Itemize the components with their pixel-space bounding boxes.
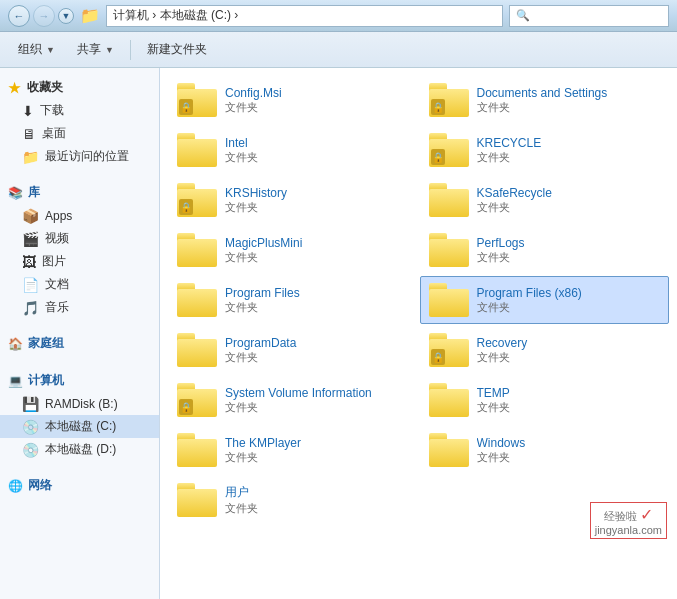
homegroup-icon: 🏠 (8, 337, 23, 351)
file-item[interactable]: PerfLogs文件夹 (420, 226, 670, 274)
file-type: 文件夹 (225, 100, 409, 115)
file-info: PerfLogs文件夹 (477, 236, 661, 265)
new-folder-label: 新建文件夹 (147, 41, 207, 58)
file-name: Documents and Settings (477, 86, 661, 100)
file-item[interactable]: 🔒KRECYCLE文件夹 (420, 126, 670, 174)
file-info: MagicPlusMini文件夹 (225, 236, 409, 265)
file-info: TEMP文件夹 (477, 386, 661, 415)
file-info: Program Files (x86)文件夹 (477, 286, 661, 315)
address-bar[interactable]: 计算机 › 本地磁盘 (C:) › (106, 5, 503, 27)
folder-icon: 🔒 (429, 83, 469, 117)
file-info: Intel文件夹 (225, 136, 409, 165)
file-item[interactable]: 🔒Config.Msi文件夹 (168, 76, 418, 124)
file-info: Config.Msi文件夹 (225, 86, 409, 115)
address-text: 计算机 › 本地磁盘 (C:) › (113, 7, 238, 24)
file-item[interactable]: Intel文件夹 (168, 126, 418, 174)
file-type: 文件夹 (225, 200, 409, 215)
recent-icon: 📁 (22, 149, 39, 165)
file-item[interactable]: Windows文件夹 (420, 426, 670, 474)
sidebar-item-ramdisk-label: RAMDisk (B:) (45, 397, 118, 411)
file-name: Config.Msi (225, 86, 409, 100)
toolbar-separator (130, 40, 131, 60)
file-name: System Volume Information (225, 386, 409, 400)
sidebar-item-docs-label: 文档 (45, 276, 69, 293)
download-icon: ⬇ (22, 103, 34, 119)
file-info: KRSHistory文件夹 (225, 186, 409, 215)
folder-icon (429, 233, 469, 267)
sidebar-item-pictures[interactable]: 🖼 图片 (0, 250, 159, 273)
share-arrow: ▼ (105, 45, 114, 55)
nav-buttons: ← → ▼ (8, 5, 74, 27)
sidebar-item-c-drive[interactable]: 💿 本地磁盘 (C:) (0, 415, 159, 438)
file-type: 文件夹 (477, 200, 661, 215)
organize-label: 组织 (18, 41, 42, 58)
main-layout: ★ 收藏夹 ⬇ 下载 🖥 桌面 📁 最近访问的位置 📚 库 (0, 68, 677, 599)
sidebar-item-video[interactable]: 🎬 视频 (0, 227, 159, 250)
file-info: 用户文件夹 (225, 484, 409, 516)
sidebar-item-apps[interactable]: 📦 Apps (0, 205, 159, 227)
file-item[interactable]: 用户文件夹 (168, 476, 418, 524)
file-item[interactable]: TEMP文件夹 (420, 376, 670, 424)
folder-icon (429, 383, 469, 417)
file-type: 文件夹 (225, 450, 409, 465)
back-button[interactable]: ← (8, 5, 30, 27)
organize-arrow: ▼ (46, 45, 55, 55)
network-icon: 🌐 (8, 479, 23, 493)
lock-icon: 🔒 (179, 199, 193, 215)
file-item[interactable]: 🔒Recovery文件夹 (420, 326, 670, 374)
file-info: KRECYCLE文件夹 (477, 136, 661, 165)
folder-icon: 🔒 (429, 133, 469, 167)
sidebar-item-desktop[interactable]: 🖥 桌面 (0, 122, 159, 145)
share-button[interactable]: 共享 ▼ (67, 36, 124, 64)
file-name: ProgramData (225, 336, 409, 350)
homegroup-header[interactable]: 🏠 家庭组 (0, 331, 159, 356)
favorites-header: ★ 收藏夹 (0, 76, 159, 99)
sidebar-item-d-drive[interactable]: 💿 本地磁盘 (D:) (0, 438, 159, 461)
file-info: The KMPlayer文件夹 (225, 436, 409, 465)
computer-label: 计算机 (28, 372, 64, 389)
homegroup-section: 🏠 家庭组 (0, 331, 159, 356)
lock-icon: 🔒 (179, 399, 193, 415)
file-type: 文件夹 (477, 100, 661, 115)
file-type: 文件夹 (477, 300, 661, 315)
file-item[interactable]: 🔒KRSHistory文件夹 (168, 176, 418, 224)
sidebar-item-docs[interactable]: 📄 文档 (0, 273, 159, 296)
file-info: KSafeRecycle文件夹 (477, 186, 661, 215)
favorites-star-icon: ★ (8, 80, 21, 96)
file-item[interactable]: ProgramData文件夹 (168, 326, 418, 374)
organize-button[interactable]: 组织 ▼ (8, 36, 65, 64)
sidebar-item-download[interactable]: ⬇ 下载 (0, 99, 159, 122)
file-item[interactable]: MagicPlusMini文件夹 (168, 226, 418, 274)
file-item[interactable]: The KMPlayer文件夹 (168, 426, 418, 474)
file-name: MagicPlusMini (225, 236, 409, 250)
video-icon: 🎬 (22, 231, 39, 247)
network-label: 网络 (28, 477, 52, 494)
recent-button[interactable]: ▼ (58, 8, 74, 24)
sidebar: ★ 收藏夹 ⬇ 下载 🖥 桌面 📁 最近访问的位置 📚 库 (0, 68, 160, 599)
file-type: 文件夹 (225, 250, 409, 265)
computer-header[interactable]: 💻 计算机 (0, 368, 159, 393)
file-item[interactable]: Program Files文件夹 (168, 276, 418, 324)
sidebar-item-ramdisk[interactable]: 💾 RAMDisk (B:) (0, 393, 159, 415)
sidebar-divider-2 (0, 323, 159, 331)
sidebar-item-recent[interactable]: 📁 最近访问的位置 (0, 145, 159, 168)
folder-icon (177, 433, 217, 467)
file-info: Recovery文件夹 (477, 336, 661, 365)
forward-button[interactable]: → (33, 5, 55, 27)
network-section: 🌐 网络 (0, 473, 159, 498)
file-info: Windows文件夹 (477, 436, 661, 465)
file-type: 文件夹 (225, 501, 409, 516)
lock-icon: 🔒 (179, 99, 193, 115)
network-header[interactable]: 🌐 网络 (0, 473, 159, 498)
docs-icon: 📄 (22, 277, 39, 293)
file-item[interactable]: 🔒Documents and Settings文件夹 (420, 76, 670, 124)
file-item[interactable]: KSafeRecycle文件夹 (420, 176, 670, 224)
folder-icon: 🔒 (429, 333, 469, 367)
file-type: 文件夹 (225, 400, 409, 415)
new-folder-button[interactable]: 新建文件夹 (137, 36, 217, 64)
file-item[interactable]: Program Files (x86)文件夹 (420, 276, 670, 324)
sidebar-item-music[interactable]: 🎵 音乐 (0, 296, 159, 319)
file-item[interactable]: 🔒System Volume Information文件夹 (168, 376, 418, 424)
folder-icon (429, 433, 469, 467)
library-header[interactable]: 📚 库 (0, 180, 159, 205)
